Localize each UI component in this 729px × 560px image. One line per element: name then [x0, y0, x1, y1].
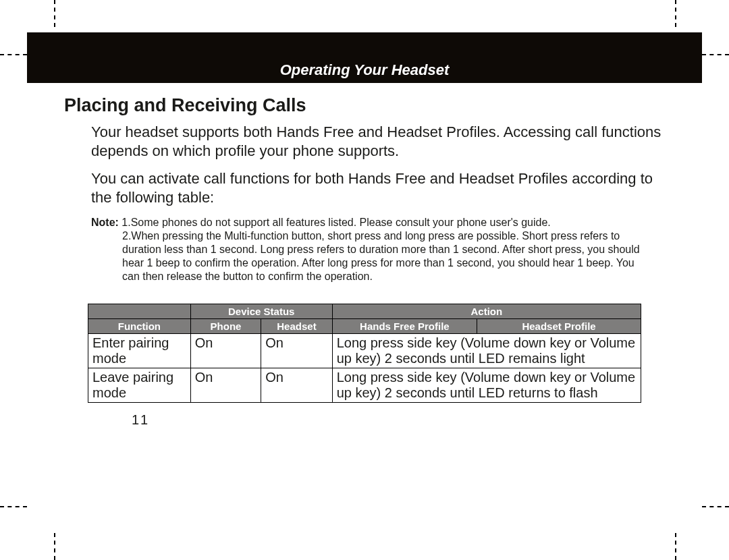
table-row: Enter pairing mode On On Long press side… [88, 334, 641, 368]
header-blank [88, 304, 191, 319]
header-phone: Phone [190, 319, 261, 334]
note-item-2: 2.When pressing the Multi-function butto… [122, 229, 649, 283]
note-item-1: 1.Some phones do not support all feature… [122, 217, 550, 228]
cell-function: Leave pairing mode [88, 368, 191, 403]
note-label: Note: [91, 217, 119, 228]
cell-phone: On [190, 334, 261, 368]
page-content: Placing and Receiving Calls Your headset… [27, 83, 702, 428]
cell-headset: On [261, 334, 332, 368]
page-number: 11 [132, 412, 665, 428]
cell-function: Enter pairing mode [88, 334, 191, 368]
header-hands-free-profile: Hands Free Profile [332, 319, 477, 334]
header-function: Function [88, 319, 191, 334]
banner-title: Operating Your Headset [27, 61, 702, 79]
table-row: Leave pairing mode On On Long press side… [88, 368, 641, 403]
table-header-row-1: Device Status Action [88, 304, 641, 319]
cell-action: Long press side key (Volume down key or … [332, 368, 641, 403]
manual-page: Operating Your Headset Placing and Recei… [27, 32, 702, 428]
intro-paragraph-2: You can activate call functions for both… [91, 169, 665, 206]
banner: Operating Your Headset [27, 32, 702, 83]
note-block: Note: 1.Some phones do not support all f… [91, 216, 665, 283]
section-title: Placing and Receiving Calls [64, 95, 665, 116]
header-device-status: Device Status [190, 304, 332, 319]
cell-phone: On [190, 368, 261, 403]
cell-headset: On [261, 368, 332, 403]
header-headset: Headset [261, 319, 332, 334]
cell-action: Long press side key (Volume down key or … [332, 334, 641, 368]
header-action: Action [332, 304, 641, 319]
function-table: Device Status Action Function Phone Head… [88, 304, 641, 403]
intro-paragraph-1: Your headset supports both Hands Free an… [91, 123, 665, 160]
header-headset-profile: Headset Profile [477, 319, 641, 334]
table-header-row-2: Function Phone Headset Hands Free Profil… [88, 319, 641, 334]
